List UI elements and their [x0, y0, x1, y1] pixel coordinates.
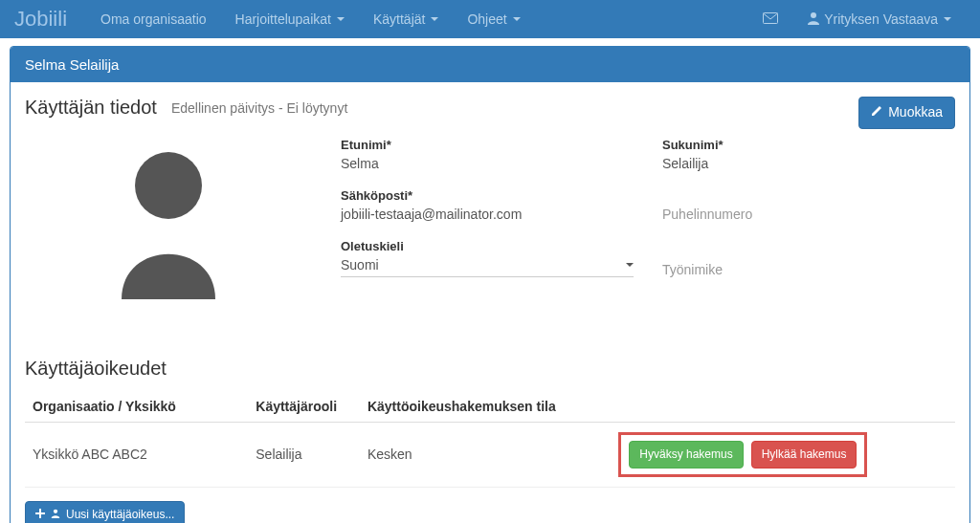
form-value: Selma: [341, 156, 634, 171]
col-actions: [611, 391, 955, 423]
nav-left: Oma organisaatio Harjoittelupaikat Käytt…: [86, 2, 535, 36]
jobtitle-field: Työnimike: [662, 239, 955, 277]
form-value: Selailija: [662, 156, 955, 171]
nav-item-label: Käyttäjät: [373, 11, 425, 27]
chevron-down-icon: [337, 17, 345, 21]
cell-status: Kesken: [360, 423, 611, 488]
lastname-field: Sukunimi* Selailija: [662, 138, 955, 171]
col-role: Käyttäjärooli: [248, 391, 360, 423]
avatar: [101, 138, 235, 300]
page-subtitle: Edellinen päivitys - Ei löytynyt: [171, 100, 347, 116]
approve-button[interactable]: Hyväksy hakemus: [629, 441, 743, 469]
form-value: Suomi: [341, 257, 379, 272]
edit-button-label: Muokkaa: [888, 103, 943, 122]
col-status: Käyttöoikeushakemuksen tila: [360, 391, 611, 423]
add-permission-button[interactable]: Uusi käyttäjäoikeus...: [25, 501, 185, 523]
edit-icon: [871, 103, 882, 122]
nav-item-users[interactable]: Käyttäjät: [359, 2, 453, 36]
svg-rect-0: [764, 13, 778, 24]
user-panel: Selma Selailija Muokkaa Käyttäjän tiedot…: [10, 46, 970, 523]
form-value: jobiili-testaaja@mailinator.com: [341, 207, 634, 222]
email-field: Sähköposti* jobiili-testaaja@mailinator.…: [341, 188, 634, 222]
cell-role: Selailija: [248, 423, 360, 488]
user-icon: [807, 11, 820, 28]
nav-right: Yrityksen Vastaava: [748, 2, 966, 37]
nav-item-help[interactable]: Ohjeet: [453, 2, 534, 36]
add-permission-label: Uusi käyttäjäoikeus...: [66, 507, 174, 523]
svg-point-2: [135, 152, 202, 219]
user-menu[interactable]: Yrityksen Vastaava: [792, 2, 966, 37]
phone-field: Puhelinnumero: [662, 188, 955, 222]
svg-point-3: [54, 510, 57, 513]
nav-item-traineeships[interactable]: Harjoittelupaikat: [221, 2, 359, 36]
form-placeholder: Työnimike: [662, 262, 955, 277]
edit-button[interactable]: Muokkaa: [858, 97, 955, 129]
nav-item-label: Oma organisaatio: [100, 11, 207, 27]
form-placeholder: Puhelinnumero: [662, 207, 955, 222]
nav-item-own-org[interactable]: Oma organisaatio: [86, 2, 221, 36]
mail-icon: [763, 11, 778, 27]
nav-item-label: Harjoittelupaikat: [235, 11, 331, 27]
mail-button[interactable]: [748, 2, 792, 36]
brand[interactable]: Jobiili: [14, 7, 67, 32]
navbar: Jobiili Oma organisaatio Harjoittelupaik…: [0, 0, 980, 38]
form-label: Etunimi*: [341, 138, 634, 152]
chevron-down-icon: [431, 17, 438, 21]
reject-button[interactable]: Hylkää hakemus: [751, 441, 858, 469]
form-label: Sähköposti*: [341, 188, 634, 203]
permissions-title: Käyttäjäoikeudet: [25, 358, 955, 380]
form-label: Sukunimi*: [662, 138, 955, 152]
nav-item-label: Ohjeet: [467, 11, 506, 27]
user-icon: [51, 507, 60, 523]
language-field[interactable]: Oletuskieli Suomi: [341, 239, 634, 277]
row-actions: Hyväksy hakemus Hylkää hakemus: [618, 432, 867, 477]
chevron-down-icon: [513, 17, 521, 21]
user-menu-label: Yrityksen Vastaava: [824, 11, 938, 27]
chevron-down-icon: [944, 17, 951, 21]
plus-icon: [35, 507, 45, 523]
firstname-field: Etunimi* Selma: [341, 138, 634, 171]
form-label: Oletuskieli: [341, 239, 634, 253]
panel-heading: Selma Selailija: [11, 47, 969, 82]
table-row: Yksikkö ABC ABC2 Selailija Kesken Hyväks…: [25, 423, 955, 488]
cell-org: Yksikkö ABC ABC2: [25, 423, 248, 488]
chevron-down-icon: [626, 263, 634, 267]
page-title: Käyttäjän tiedot: [25, 97, 157, 119]
col-org: Organisaatio / Yksikkö: [25, 391, 248, 423]
svg-point-1: [811, 12, 816, 18]
permissions-table: Organisaatio / Yksikkö Käyttäjärooli Käy…: [25, 391, 955, 488]
